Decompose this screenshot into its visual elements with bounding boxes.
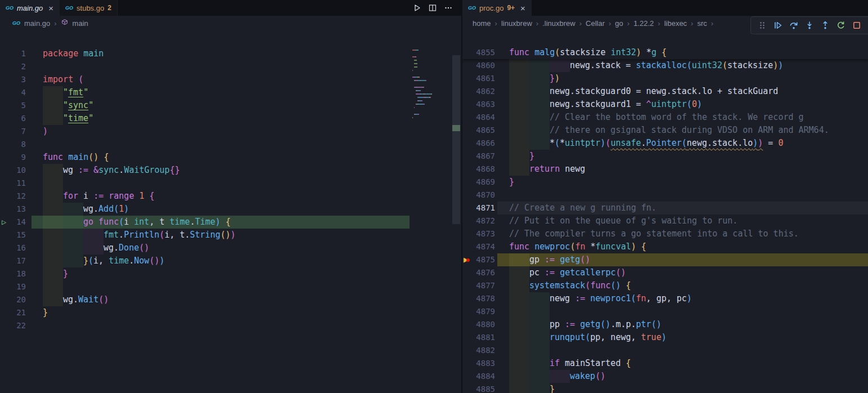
breadcrumb-item[interactable]: libexec: [664, 19, 687, 28]
code-line[interactable]: 22: [0, 319, 410, 332]
line-number: 10: [0, 164, 26, 177]
code-line[interactable]: 16wg.Done(): [0, 242, 410, 254]
chevron-right-icon: ›: [495, 19, 497, 28]
editor-group-right: GO proc.go 9+ × home›linuxbrew›.linuxbre…: [462, 0, 868, 393]
code-line[interactable]: 10wg := &sync.WaitGroup{}: [0, 164, 410, 177]
code-line[interactable]: 4876pc := getcallerpc(): [462, 266, 868, 279]
minimap[interactable]: [412, 50, 452, 124]
tab-main-go[interactable]: GO main.go ×: [0, 0, 60, 16]
line-number: 4867: [470, 150, 495, 163]
code-area-right[interactable]: 4855func malg(stacksize int32) *g { 4860…: [462, 46, 868, 393]
code-line[interactable]: 4872// Put it on the queue of g's waitin…: [462, 215, 868, 227]
code-line[interactable]: 17}(i, time.Now()): [0, 254, 410, 267]
code-line[interactable]: 4879: [462, 305, 868, 318]
sticky-scroll-line[interactable]: 4855func malg(stacksize int32) *g {: [462, 46, 868, 59]
breadcrumb-item[interactable]: 1.22.2: [633, 19, 654, 28]
code-line[interactable]: 19: [0, 280, 410, 293]
code-line[interactable]: 9func main() {: [0, 151, 410, 164]
restart-icon[interactable]: [834, 19, 848, 32]
breadcrumb-item[interactable]: src: [697, 19, 707, 28]
code-line[interactable]: 12for i := range 1 {: [0, 190, 410, 203]
code-line[interactable]: 8: [0, 138, 410, 151]
code-line[interactable]: 4875▶gp := getg(): [462, 253, 868, 266]
code-line[interactable]: 4871// Create a new g running fn.: [462, 202, 868, 215]
breadcrumb-file[interactable]: main.go: [24, 19, 50, 28]
code-line[interactable]: 4877systemstack(func() {: [462, 279, 868, 292]
problems-badge: 9+: [507, 4, 515, 12]
close-icon[interactable]: ×: [520, 3, 525, 13]
line-number: 4885: [470, 383, 495, 393]
code-line[interactable]: 4880pp := getg().m.p.ptr(): [462, 318, 868, 331]
continue-icon[interactable]: [771, 19, 785, 32]
code-line[interactable]: 4881runqput(pp, newg, true): [462, 331, 868, 344]
split-editor-icon[interactable]: [428, 3, 438, 13]
editor-left: GO main.go › main 1package main23import …: [0, 16, 461, 393]
code-line[interactable]: 4863newg.stackguard1 = ^uintptr(0): [462, 98, 868, 111]
code-line[interactable]: 4864// Clear the bottom word of the stac…: [462, 111, 868, 124]
code-line[interactable]: 4865// there on gsignal stack during VDS…: [462, 124, 868, 137]
chevron-right-icon: ›: [711, 19, 713, 28]
code-line[interactable]: 4868return newg: [462, 163, 868, 176]
code-line[interactable]: 1package main: [0, 47, 410, 60]
close-icon[interactable]: ×: [48, 3, 53, 13]
run-icon[interactable]: [412, 3, 422, 13]
code-line[interactable]: 4874func newproc(fn *funcval) {: [462, 240, 868, 253]
tab-proc-go[interactable]: GO proc.go 9+ ×: [462, 0, 532, 16]
line-number: 4855: [470, 46, 495, 59]
stack-frame-glyph[interactable]: ▷: [2, 216, 6, 229]
code-line[interactable]: 4878newg := newproc1(fn, gp, pc): [462, 292, 868, 305]
breadcrumb-item[interactable]: linuxbrew: [501, 19, 532, 28]
code-line[interactable]: 4866*(*uintptr)(unsafe.Pointer(newg.stac…: [462, 137, 868, 150]
breadcrumb-symbol[interactable]: main: [73, 19, 88, 28]
code-line[interactable]: 2: [0, 60, 410, 73]
stop-icon[interactable]: [850, 19, 863, 32]
step-over-icon[interactable]: [787, 19, 800, 32]
line-number: 4865: [470, 124, 495, 137]
more-actions-icon[interactable]: [443, 3, 453, 13]
line-number: 17: [0, 254, 26, 267]
step-out-icon[interactable]: [818, 19, 832, 32]
breadcrumb-item[interactable]: .linuxbrew: [542, 19, 575, 28]
code-line[interactable]: 4884wakep(): [462, 370, 868, 383]
line-number: 4883: [470, 357, 495, 370]
scrollbar-thumb[interactable]: [452, 55, 460, 224]
chevron-right-icon: ›: [627, 19, 629, 28]
code-line[interactable]: 4867}: [462, 150, 868, 163]
code-line[interactable]: 4885}: [462, 383, 868, 393]
editor-right: home›linuxbrew›.linuxbrew›Cellar›go›1.22…: [462, 16, 868, 393]
step-into-icon[interactable]: [803, 19, 816, 32]
code-line[interactable]: 4882: [462, 344, 868, 357]
code-line[interactable]: 4883if mainStarted {: [462, 357, 868, 370]
tab-stubs-go[interactable]: GO stubs.go 2: [60, 0, 118, 16]
code-line[interactable]: 21}: [0, 306, 410, 319]
editor-group-left: GO main.go × GO stubs.go 2: [0, 0, 461, 393]
code-line[interactable]: 3import (: [0, 73, 410, 86]
line-number: 4864: [470, 111, 495, 124]
code-line[interactable]: 13wg.Add(1): [0, 203, 410, 216]
drag-handle-icon[interactable]: [755, 19, 769, 32]
breadcrumb-item[interactable]: home: [473, 19, 491, 28]
code-line[interactable]: 15fmt.Println(i, t.String()): [0, 229, 410, 242]
code-line[interactable]: 6"time": [0, 112, 410, 125]
code-line[interactable]: 4861}): [462, 72, 868, 85]
code-line[interactable]: 4862newg.stackguard0 = newg.stack.lo + s…: [462, 85, 868, 98]
code-line[interactable]: 18}: [0, 267, 410, 280]
line-number: 4879: [470, 305, 495, 318]
code-line[interactable]: 4870: [462, 189, 868, 202]
breakpoint-current-glyph[interactable]: ▶: [464, 254, 474, 266]
go-file-icon: GO: [6, 5, 14, 11]
code-line[interactable]: 11: [0, 177, 410, 190]
code-line[interactable]: 14▷go func(i int, t time.Time) {: [0, 216, 410, 229]
code-line[interactable]: 7): [0, 125, 410, 138]
code-line[interactable]: 4873// The compiler turns a go statement…: [462, 227, 868, 240]
code-line[interactable]: 4"fmt": [0, 86, 410, 99]
code-line[interactable]: 4860newg.stack = stackalloc(uint32(stack…: [462, 59, 868, 72]
breadcrumb-item[interactable]: Cellar: [586, 19, 605, 28]
code-line[interactable]: 4869}: [462, 176, 868, 189]
line-number: 22: [0, 319, 26, 332]
code-line[interactable]: 4855func malg(stacksize int32) *g {: [462, 46, 868, 59]
code-line[interactable]: 20wg.Wait(): [0, 293, 410, 306]
breadcrumb-item[interactable]: go: [615, 19, 623, 28]
code-area-left[interactable]: 1package main23import (4"fmt"5"sync"6"ti…: [0, 46, 461, 393]
code-line[interactable]: 5"sync": [0, 99, 410, 112]
